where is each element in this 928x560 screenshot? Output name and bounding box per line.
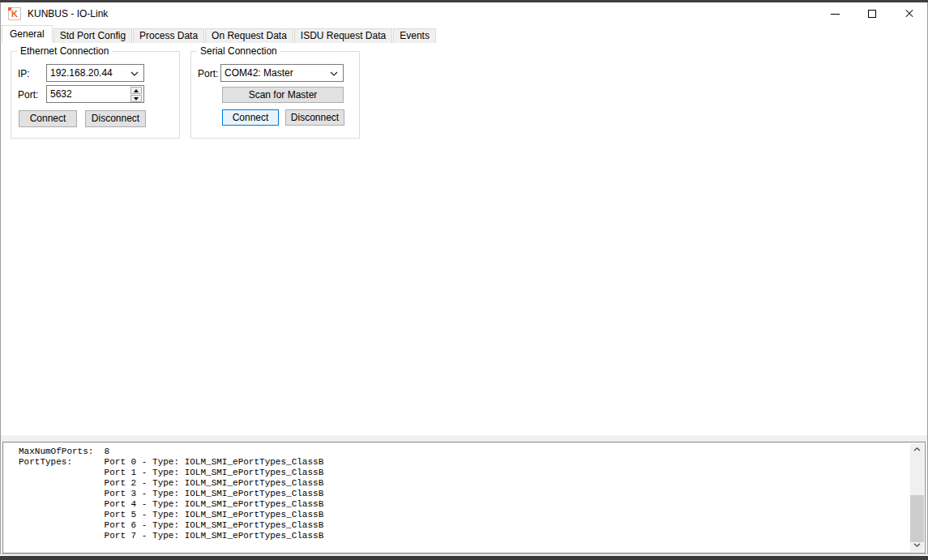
ethernet-port-spinner[interactable]: 5632 [46, 85, 144, 103]
ethernet-port-label: Port: [18, 89, 38, 100]
scan-for-master-button[interactable]: Scan for Master [222, 87, 344, 103]
log-line: Port 2 - Type: IOLM_SMI_ePortTypes_Class… [19, 478, 907, 489]
titlebar[interactable]: K KUNBUS - IO-Link [1, 2, 927, 25]
maximize-icon [868, 10, 876, 18]
spin-up-button[interactable] [130, 87, 142, 94]
log-line: Port 4 - Type: IOLM_SMI_ePortTypes_Class… [19, 499, 907, 510]
form-gap [1, 435, 927, 442]
triangle-down-icon [134, 97, 139, 100]
serial-connect-button[interactable]: Connect [222, 109, 279, 126]
log-output-textbox[interactable]: MaxNumOfPorts: 8 PortTypes: Port 0 - Typ… [2, 442, 926, 554]
tab-events[interactable]: Events [393, 28, 436, 43]
ethernet-disconnect-button[interactable]: Disconnect [85, 110, 146, 127]
log-vertical-scrollbar[interactable] [910, 443, 924, 552]
chevron-down-icon [330, 71, 338, 76]
serial-disconnect-button[interactable]: Disconnect [285, 109, 344, 126]
chevron-down-icon [130, 71, 139, 76]
log-line: Port 1 - Type: IOLM_SMI_ePortTypes_Class… [19, 468, 907, 478]
maximize-button[interactable] [853, 2, 891, 25]
ethernet-group-label: Ethernet Connection [17, 45, 112, 57]
scroll-up-button[interactable] [910, 443, 924, 456]
serial-port-value: COM42: Master [225, 67, 293, 79]
log-line: Port 5 - Type: IOLM_SMI_ePortTypes_Class… [19, 510, 907, 520]
chevron-up-icon [913, 447, 921, 451]
serial-port-label: Port: [198, 68, 218, 79]
ethernet-port-value: 5632 [50, 88, 72, 100]
log-text: MaxNumOfPorts: 8 PortTypes: Port 0 - Typ… [19, 447, 907, 541]
background-strip-bottom [0, 556, 928, 560]
log-line: PortTypes: Port 0 - Type: IOLM_SMI_ePort… [19, 457, 907, 468]
scroll-down-button[interactable] [910, 539, 924, 552]
serial-port-combobox[interactable]: COM42: Master [220, 64, 344, 82]
spin-down-button[interactable] [130, 95, 142, 102]
log-line: MaxNumOfPorts: 8 [19, 447, 907, 457]
chevron-down-icon [913, 543, 921, 547]
tab-isdu-request-data[interactable]: ISDU Request Data [294, 28, 392, 43]
minimize-icon [831, 14, 840, 15]
ethernet-ip-value: 192.168.20.44 [50, 67, 113, 79]
log-line: Port 3 - Type: IOLM_SMI_ePortTypes_Class… [19, 489, 907, 499]
log-line: Port 6 - Type: IOLM_SMI_ePortTypes_Class… [19, 520, 907, 531]
tab-std-port-config[interactable]: Std Port Config [53, 28, 132, 43]
close-button[interactable] [891, 2, 928, 25]
tab-strip: General Std Port Config Process Data On … [1, 25, 927, 43]
serial-group-label: Serial Connection [197, 45, 280, 57]
scrollbar-thumb[interactable] [910, 495, 924, 542]
ethernet-ip-combobox[interactable]: 192.168.20.44 [46, 64, 144, 82]
ethernet-connect-button[interactable]: Connect [19, 110, 77, 127]
window-title: KUNBUS - IO-Link [28, 2, 108, 25]
log-line: Port 7 - Type: IOLM_SMI_ePortTypes_Class… [19, 531, 907, 541]
tab-on-request-data[interactable]: On Request Data [205, 28, 293, 43]
ethernet-ip-label: IP: [18, 68, 30, 79]
app-icon: K [8, 7, 21, 20]
tab-process-data[interactable]: Process Data [133, 28, 204, 43]
spinner-buttons [130, 87, 143, 101]
close-icon [904, 9, 914, 19]
triangle-up-icon [134, 89, 139, 92]
minimize-button[interactable] [816, 2, 853, 25]
tab-general[interactable]: General [2, 25, 53, 43]
